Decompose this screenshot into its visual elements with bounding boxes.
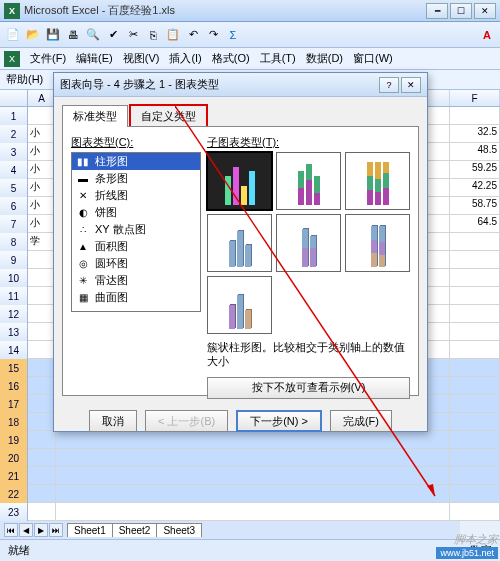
menu-help[interactable]: 帮助(H) <box>6 73 43 85</box>
copy-icon[interactable]: ⎘ <box>144 26 162 44</box>
chart-type-item[interactable]: ▦曲面图 <box>72 289 200 306</box>
cell[interactable] <box>28 341 56 359</box>
cell[interactable]: 小 <box>28 197 56 215</box>
sub-chart-3d-column[interactable] <box>207 276 272 334</box>
menu-format[interactable]: 格式(O) <box>208 49 254 68</box>
redo-icon[interactable]: ↷ <box>204 26 222 44</box>
back-button[interactable]: < 上一步(B) <box>145 410 228 432</box>
sub-chart-clustered-column[interactable] <box>207 152 272 210</box>
row-header[interactable]: 23 <box>0 503 28 521</box>
tab-nav-first-icon[interactable]: ⏮ <box>4 523 18 537</box>
menu-edit[interactable]: 编辑(E) <box>72 49 117 68</box>
close-button[interactable]: ✕ <box>474 3 496 19</box>
cell[interactable] <box>28 467 56 485</box>
chart-type-item[interactable]: ◎圆环图 <box>72 255 200 272</box>
cell[interactable]: 小 <box>28 215 56 233</box>
row-21[interactable]: 21 <box>0 467 500 485</box>
select-all-corner[interactable] <box>0 90 28 106</box>
tab-nav-next-icon[interactable]: ▶ <box>34 523 48 537</box>
cell[interactable] <box>28 377 56 395</box>
cell[interactable] <box>28 323 56 341</box>
row-header[interactable]: 17 <box>0 395 28 413</box>
row-header[interactable]: 14 <box>0 341 28 359</box>
cell[interactable] <box>450 395 500 413</box>
chart-type-listbox[interactable]: ▮▮柱形图▬条形图✕折线图◐饼图∴XY 散点图▲面积图◎圆环图✳雷达图▦曲面图 <box>71 152 201 312</box>
row-header[interactable]: 4 <box>0 161 28 179</box>
cut-icon[interactable]: ✂ <box>124 26 142 44</box>
cell[interactable] <box>28 107 56 125</box>
cell[interactable] <box>450 305 500 323</box>
sub-chart-3d-clustered[interactable] <box>207 214 272 272</box>
cell[interactable] <box>450 233 500 251</box>
cancel-button[interactable]: 取消 <box>89 410 137 432</box>
cell[interactable] <box>28 359 56 377</box>
print-icon[interactable]: 🖶 <box>64 26 82 44</box>
cell[interactable] <box>28 431 56 449</box>
font-color-icon[interactable]: A <box>478 26 496 44</box>
row-header[interactable]: 7 <box>0 215 28 233</box>
cell[interactable] <box>28 485 56 503</box>
chart-type-item[interactable]: ▮▮柱形图 <box>72 153 200 170</box>
row-header[interactable]: 1 <box>0 107 28 125</box>
row-header[interactable]: 21 <box>0 467 28 485</box>
row-header[interactable]: 10 <box>0 269 28 287</box>
dialog-help-button[interactable]: ? <box>379 77 399 93</box>
cell[interactable] <box>450 503 500 521</box>
row-header[interactable]: 6 <box>0 197 28 215</box>
row-header[interactable]: 12 <box>0 305 28 323</box>
cell[interactable] <box>450 467 500 485</box>
row-header[interactable]: 15 <box>0 359 28 377</box>
maximize-button[interactable]: ☐ <box>450 3 472 19</box>
row-header[interactable]: 11 <box>0 287 28 305</box>
save-icon[interactable]: 💾 <box>44 26 62 44</box>
row-23[interactable]: 23 <box>0 503 500 521</box>
menu-file[interactable]: 文件(F) <box>26 49 70 68</box>
dialog-close-button[interactable]: ✕ <box>401 77 421 93</box>
cell[interactable] <box>450 269 500 287</box>
new-icon[interactable]: 📄 <box>4 26 22 44</box>
press-hold-preview-button[interactable]: 按下不放可查看示例(V) <box>207 377 410 399</box>
sub-chart-3d-100pct[interactable] <box>345 214 410 272</box>
cell[interactable] <box>56 467 450 485</box>
menu-view[interactable]: 视图(V) <box>119 49 164 68</box>
next-button[interactable]: 下一步(N) > <box>236 410 322 432</box>
chart-type-item[interactable]: ◐饼图 <box>72 204 200 221</box>
cell[interactable]: 64.5 <box>450 215 500 233</box>
cell[interactable]: 小 <box>28 143 56 161</box>
cell[interactable]: 59.25 <box>450 161 500 179</box>
cell[interactable]: 小 <box>28 179 56 197</box>
row-22[interactable]: 22 <box>0 485 500 503</box>
cell[interactable] <box>56 449 450 467</box>
menu-data[interactable]: 数据(D) <box>302 49 347 68</box>
spell-icon[interactable]: ✔ <box>104 26 122 44</box>
tab-custom-types[interactable]: 自定义类型 <box>130 105 207 127</box>
minimize-button[interactable]: ━ <box>426 3 448 19</box>
cell[interactable]: 58.75 <box>450 197 500 215</box>
cell[interactable] <box>28 503 56 521</box>
sum-icon[interactable]: Σ <box>224 26 242 44</box>
menu-window[interactable]: 窗口(W) <box>349 49 397 68</box>
cell[interactable] <box>450 413 500 431</box>
chart-type-item[interactable]: ✕折线图 <box>72 187 200 204</box>
cell[interactable]: 学 <box>28 233 56 251</box>
chart-type-item[interactable]: ▬条形图 <box>72 170 200 187</box>
undo-icon[interactable]: ↶ <box>184 26 202 44</box>
cell[interactable] <box>28 413 56 431</box>
cell[interactable]: 42.25 <box>450 179 500 197</box>
col-header-a[interactable]: A <box>28 90 56 106</box>
row-header[interactable]: 3 <box>0 143 28 161</box>
cell[interactable] <box>450 377 500 395</box>
row-header[interactable]: 20 <box>0 449 28 467</box>
chart-type-item[interactable]: ∴XY 散点图 <box>72 221 200 238</box>
cell[interactable] <box>450 341 500 359</box>
cell[interactable] <box>56 485 450 503</box>
cell[interactable]: 48.5 <box>450 143 500 161</box>
row-header[interactable]: 22 <box>0 485 28 503</box>
cell[interactable] <box>28 395 56 413</box>
chart-type-item[interactable]: ✳雷达图 <box>72 272 200 289</box>
open-icon[interactable]: 📂 <box>24 26 42 44</box>
cell[interactable] <box>28 269 56 287</box>
cell[interactable] <box>450 431 500 449</box>
cell[interactable] <box>450 251 500 269</box>
col-header-f[interactable]: F <box>450 90 500 106</box>
